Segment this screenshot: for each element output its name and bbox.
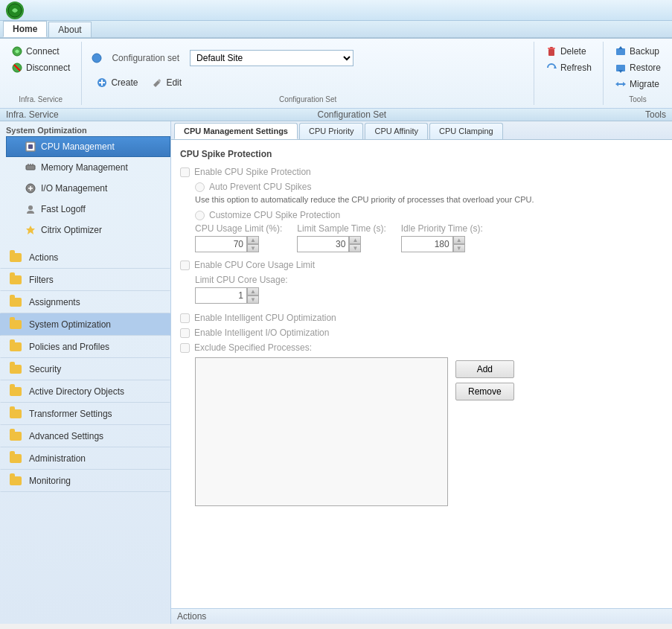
limit-sample-input[interactable]: 30	[297, 236, 349, 252]
sidebar-item-cpu-management[interactable]: CPU Management	[6, 136, 170, 157]
svg-rect-12	[616, 48, 625, 55]
config-set-bar-label: Configuration Set	[317, 109, 386, 120]
io-icon	[25, 182, 36, 194]
limit-core-up[interactable]: ▲	[247, 287, 259, 296]
sidebar-nav-transformer[interactable]: Transformer Settings	[0, 403, 170, 425]
ribbon-group-actions: Delete Refresh	[534, 42, 604, 105]
sidebar-nav-filters[interactable]: Filters	[0, 269, 170, 291]
tab-home[interactable]: Home	[3, 21, 47, 37]
backup-button[interactable]: Backup	[609, 43, 666, 60]
remove-button[interactable]: Remove	[455, 383, 514, 400]
sidebar-nav-ad-objects[interactable]: Active Directory Objects	[0, 380, 170, 403]
exclude-list-box[interactable]	[195, 357, 448, 506]
limit-core-input[interactable]: 1	[195, 287, 247, 304]
svg-marker-13	[618, 46, 623, 49]
svg-rect-23	[30, 164, 31, 165]
disconnect-icon	[11, 62, 23, 74]
sidebar-item-fast-logoff[interactable]: Fast Logoff	[6, 199, 170, 220]
sidebar-nav-administration[interactable]: Administration	[0, 447, 170, 470]
tab-cpu-management-settings[interactable]: CPU Management Settings	[174, 123, 298, 139]
enable-cpu-spike-checkbox[interactable]	[180, 167, 190, 177]
content-tabs: CPU Management Settings CPU Priority CPU…	[171, 121, 672, 140]
config-set-select[interactable]: Default Site	[190, 50, 353, 66]
create-button[interactable]: Create	[91, 74, 143, 91]
auto-prevent-row: Auto Prevent CPU Spikes	[195, 182, 663, 192]
disconnect-button[interactable]: Disconnect	[6, 60, 75, 76]
sidebar-item-memory-management[interactable]: Memory Management	[6, 157, 170, 178]
customize-radio[interactable]	[195, 211, 205, 220]
nav-policies-label: Policies and Profiles	[29, 342, 109, 352]
tab-cpu-priority[interactable]: CPU Priority	[299, 123, 364, 139]
idle-priority-up[interactable]: ▲	[453, 236, 465, 244]
edit-button[interactable]: Edit	[146, 74, 187, 91]
sidebar-item-io-management[interactable]: I/O Management	[6, 178, 170, 199]
intelligent-cpu-label: Enable Intelligent CPU Optimization	[194, 313, 336, 323]
nav-advanced-label: Advanced Settings	[29, 431, 103, 441]
svg-marker-17	[623, 82, 626, 86]
intelligent-io-row: Enable Intelligent I/O Optimization	[180, 328, 663, 338]
add-button[interactable]: Add	[455, 360, 514, 378]
filters-folder-icon	[8, 274, 23, 286]
create-icon	[96, 77, 108, 89]
idle-priority-down[interactable]: ▼	[453, 244, 465, 252]
cpu-usage-down[interactable]: ▼	[247, 244, 259, 252]
refresh-button[interactable]: Refresh	[540, 60, 597, 76]
sidebar-item-citrix-optimizer[interactable]: Citrix Optimizer	[6, 220, 170, 240]
monitoring-folder-icon	[8, 475, 23, 487]
intelligent-cpu-row: Enable Intelligent CPU Optimization	[180, 313, 663, 323]
tab-about[interactable]: About	[48, 22, 91, 37]
migrate-button[interactable]: Migrate	[609, 76, 666, 92]
nav-assignments-label: Assignments	[29, 297, 80, 307]
auto-prevent-label: Auto Prevent CPU Spikes	[209, 182, 311, 192]
bottom-actions-label: Actions	[177, 611, 206, 622]
config-icon	[91, 52, 103, 64]
sidebar-nav-advanced[interactable]: Advanced Settings	[0, 425, 170, 447]
cpu-usage-input[interactable]: 70	[195, 236, 247, 252]
sidebar-nav-security[interactable]: Security	[0, 358, 170, 380]
nav-admin-label: Administration	[29, 453, 86, 464]
infra-group-label: Infra. Service	[6, 92, 75, 103]
sidebar-nav-policies[interactable]: Policies and Profiles	[0, 336, 170, 358]
svg-rect-8	[548, 49, 554, 56]
tab-cpu-clamping[interactable]: CPU Clamping	[429, 123, 503, 139]
actions-folder-icon	[8, 252, 23, 264]
idle-priority-input[interactable]: 180	[401, 236, 453, 252]
cpu-icon	[25, 141, 36, 153]
intelligent-cpu-checkbox[interactable]	[180, 313, 190, 323]
backup-icon	[615, 45, 627, 57]
content-body: CPU Spike Protection Enable CPU Spike Pr…	[171, 140, 672, 608]
sidebar-nav-assignments[interactable]: Assignments	[0, 291, 170, 313]
nav-transformer-label: Transformer Settings	[29, 409, 112, 419]
sidebar-nav-monitoring[interactable]: Monitoring	[0, 470, 170, 492]
content-area: CPU Management Settings CPU Priority CPU…	[171, 121, 672, 624]
actions-group-label	[540, 100, 597, 103]
limit-sample-down[interactable]: ▼	[349, 244, 361, 252]
limit-sample-up[interactable]: ▲	[349, 236, 361, 244]
security-folder-icon	[8, 363, 23, 375]
exclude-processes-checkbox[interactable]	[180, 343, 190, 353]
delete-button[interactable]: Delete	[540, 43, 597, 60]
ribbon-group-tools: Backup Restore Migrate Tools	[604, 42, 672, 105]
auto-prevent-radio[interactable]	[195, 182, 205, 192]
migrate-icon	[615, 78, 627, 90]
restore-button[interactable]: Restore	[609, 60, 666, 76]
cpu-usage-limit-label: CPU Usage Limit (%):	[195, 223, 282, 234]
memory-icon	[25, 162, 36, 173]
optimizer-icon	[25, 224, 36, 236]
connect-button[interactable]: Connect	[6, 43, 75, 60]
sidebar-nav-system-optimization[interactable]: System Optimization	[0, 313, 170, 336]
bottom-bar: Actions	[171, 608, 672, 624]
tab-cpu-affinity[interactable]: CPU Affinity	[365, 123, 428, 139]
enable-core-limit-checkbox[interactable]	[180, 261, 190, 270]
limit-core-down[interactable]: ▼	[247, 296, 259, 304]
system-optimization-label: System Optimization	[0, 121, 170, 136]
system-opt-folder-icon	[8, 319, 23, 331]
config-set-label: Configuration set	[112, 53, 179, 63]
svg-rect-22	[28, 164, 29, 165]
cpu-usage-up[interactable]: ▲	[247, 236, 259, 244]
intelligent-io-checkbox[interactable]	[180, 328, 190, 338]
sidebar-nav-actions[interactable]: Actions	[0, 246, 170, 269]
spinners-row: CPU Usage Limit (%): 70 ▲ ▼ Limit Sample…	[195, 223, 663, 252]
svg-marker-18	[615, 82, 618, 86]
enable-core-limit-row: Enable CPU Core Usage Limit	[180, 260, 663, 270]
